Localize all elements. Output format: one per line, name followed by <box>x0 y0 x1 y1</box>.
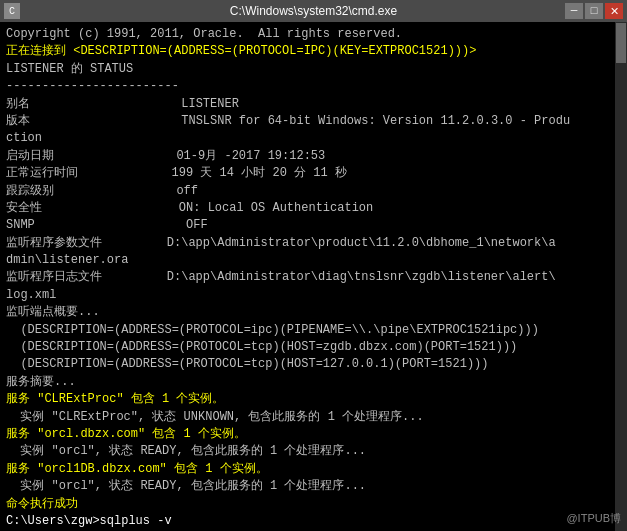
console-line: 命令执行成功 <box>6 496 621 513</box>
scrollbar-thumb[interactable] <box>616 23 626 63</box>
console-line: 实例 "orcl", 状态 READY, 包含此服务的 1 个处理程序... <box>6 443 621 460</box>
console-line: 服务 "CLRExtProc" 包含 1 个实例。 <box>6 391 621 408</box>
title-bar: C C:\Windows\system32\cmd.exe ─ □ ✕ <box>0 0 627 22</box>
console-output: Copyright (c) 1991, 2011, Oracle. All ri… <box>0 22 627 531</box>
console-line: 实例 "orcl", 状态 READY, 包含此服务的 1 个处理程序... <box>6 478 621 495</box>
console-line: 监听程序日志文件 D:\app\Administrator\diag\tnsls… <box>6 269 621 286</box>
console-line: 别名 LISTENER <box>6 96 621 113</box>
console-line: 服务 "orcl.dbzx.com" 包含 1 个实例。 <box>6 426 621 443</box>
console-line: log.xml <box>6 287 621 304</box>
maximize-button[interactable]: □ <box>585 3 603 19</box>
console-line: 服务 "orcl1DB.dbzx.com" 包含 1 个实例。 <box>6 461 621 478</box>
console-line: dmin\listener.ora <box>6 252 621 269</box>
console-line: ction <box>6 130 621 147</box>
console-line: 正在连接到 <DESCRIPTION=(ADDRESS=(PROTOCOL=IP… <box>6 43 621 60</box>
console-line: Copyright (c) 1991, 2011, Oracle. All ri… <box>6 26 621 43</box>
watermark: @ITPUB博 <box>566 511 621 527</box>
console-line: 监听端点概要... <box>6 304 621 321</box>
console-line: 跟踪级别 off <box>6 183 621 200</box>
minimize-button[interactable]: ─ <box>565 3 583 19</box>
cmd-window: C C:\Windows\system32\cmd.exe ─ □ ✕ Copy… <box>0 0 627 531</box>
window-icon: C <box>4 3 20 19</box>
window-title: C:\Windows\system32\cmd.exe <box>230 4 397 18</box>
close-button[interactable]: ✕ <box>605 3 623 19</box>
console-line: 服务摘要... <box>6 374 621 391</box>
console-line: (DESCRIPTION=(ADDRESS=(PROTOCOL=tcp)(HOS… <box>6 356 621 373</box>
console-line: 版本 TNSLSNR for 64-bit Windows: Version 1… <box>6 113 621 130</box>
title-bar-left: C <box>4 3 20 19</box>
console-line: 安全性 ON: Local OS Authentication <box>6 200 621 217</box>
console-line: SNMP OFF <box>6 217 621 234</box>
console-line: 实例 "CLRExtProc", 状态 UNKNOWN, 包含此服务的 1 个处… <box>6 409 621 426</box>
console-line: (DESCRIPTION=(ADDRESS=(PROTOCOL=ipc)(PIP… <box>6 322 621 339</box>
console-line: C:\Users\zgw>sqlplus -v <box>6 513 621 530</box>
scrollbar[interactable] <box>615 22 627 531</box>
console-line: 正常运行时间 199 天 14 小时 20 分 11 秒 <box>6 165 621 182</box>
console-line: (DESCRIPTION=(ADDRESS=(PROTOCOL=tcp)(HOS… <box>6 339 621 356</box>
console-line: 启动日期 01-9月 -2017 19:12:53 <box>6 148 621 165</box>
console-line: 监听程序参数文件 D:\app\Administrator\product\11… <box>6 235 621 252</box>
console-line: ------------------------ <box>6 78 621 95</box>
console-line: LISTENER 的 STATUS <box>6 61 621 78</box>
window-controls: ─ □ ✕ <box>565 3 623 19</box>
